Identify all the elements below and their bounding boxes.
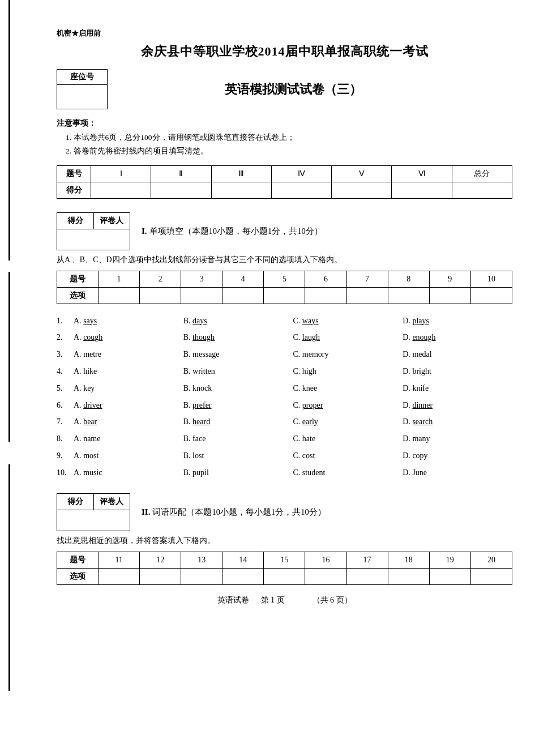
section2-instruction: 找出意思相近的选项，并将答案填入下格内。 <box>57 536 512 546</box>
q-option-10-4: D. June <box>403 466 512 480</box>
score-table-header-label: 题号 <box>57 165 91 182</box>
ag2-ans-14 <box>222 568 264 584</box>
section2-title-text: II. 词语匹配（本题10小题，每小题1分，共10分） <box>130 493 326 531</box>
q-option-9-4: D. copy <box>403 449 512 463</box>
q-option-7-1: A. bear <box>74 415 183 429</box>
ag1-header-label: 题号 <box>57 271 99 287</box>
q-option-2-3: C. laugh <box>293 331 403 344</box>
seat-box: 座位号 <box>57 69 108 109</box>
notice-item-2: 2. 答卷前先将密封线内的项目填写清楚。 <box>66 144 512 158</box>
section1-grader-top: 得分 评卷人 <box>57 213 130 229</box>
ag1-ans-7 <box>346 287 388 304</box>
q-num-10: 10. <box>57 466 74 480</box>
score-col-5: Ⅴ <box>332 165 392 182</box>
question-item-7: 7.A. bearB. heardC. earlyD. search <box>57 415 512 429</box>
q-num-9: 9. <box>57 449 74 463</box>
q-option-3-1: A. metre <box>74 348 183 361</box>
section2-grader-bottom <box>57 510 130 531</box>
section2-roman: II. <box>142 507 150 517</box>
ag2-col-11: 11 <box>99 552 140 568</box>
ag2-col-16: 16 <box>305 552 346 568</box>
ag2-header-label: 题号 <box>57 552 99 568</box>
q-num-7: 7. <box>57 415 74 429</box>
question-list: 1.A. saysB. daysC. waysD. plays2.A. coug… <box>57 314 512 480</box>
question-item-10: 10.A. musicB. pupilC. studentD. June <box>57 466 512 480</box>
ag2-ans-11 <box>99 568 140 584</box>
section1-grade-label: 得分 <box>57 213 94 229</box>
q-option-6-4: D. dinner <box>403 399 512 412</box>
main-title: 余庆县中等职业学校2014届中职单报高职统一考试 <box>57 43 512 60</box>
q-option-1-4: D. plays <box>403 314 512 328</box>
notice-item-1: 1. 本试卷共6页，总分100分，请用钢笔或圆珠笔直接答在试卷上； <box>66 131 512 144</box>
footer: 英语试卷 第 1 页 （共 6 页） <box>57 595 512 611</box>
score-val-5 <box>332 182 392 198</box>
q-option-1-2: B. days <box>183 314 293 328</box>
ag2-ans-20 <box>470 568 512 584</box>
q-option-8-2: B. face <box>183 432 293 446</box>
q-option-8-4: D. many <box>403 432 512 446</box>
page: 机密★启用前 余庆县中等职业学校2014届中职单报高职统一考试 座位号 英语模拟… <box>0 0 535 756</box>
ag1-col-1: 1 <box>99 271 140 287</box>
q-option-2-2: B. though <box>183 331 293 344</box>
score-table-row-label: 得分 <box>57 182 91 198</box>
score-col-6: Ⅵ <box>392 165 452 182</box>
q-option-8-3: C. hate <box>293 432 403 446</box>
ag2-col-15: 15 <box>264 552 305 568</box>
score-val-total <box>452 182 512 198</box>
score-col-1: Ⅰ <box>91 165 151 182</box>
ag2-col-18: 18 <box>388 552 429 568</box>
score-val-1 <box>91 182 151 198</box>
question-item-9: 9.A. mostB. lostC. costD. copy <box>57 449 512 463</box>
ag1-ans-10 <box>470 287 512 304</box>
ag1-ans-4 <box>222 287 264 304</box>
q-option-2-4: D. enough <box>403 331 512 344</box>
q-num-1: 1. <box>57 314 74 328</box>
section1-grader-box: 得分 评卷人 <box>57 212 130 250</box>
left-border-top <box>0 0 10 260</box>
section1-roman: I. <box>142 227 147 236</box>
seat-label: 座位号 <box>57 70 107 85</box>
q-option-10-1: A. music <box>74 466 183 480</box>
question-item-3: 3.A. metreB. messageC. memoryD. medal <box>57 348 512 361</box>
ag2-ans-16 <box>305 568 346 584</box>
q-num-5: 5. <box>57 382 74 395</box>
left-border-bot <box>0 464 10 691</box>
footer-left: 英语试卷 <box>217 596 249 604</box>
seat-subtitle-row: 座位号 英语模拟测试试卷（三） <box>57 69 512 109</box>
q-option-5-1: A. key <box>74 382 183 395</box>
left-border-mid <box>0 272 10 442</box>
notice-section: 注意事项： 1. 本试卷共6页，总分100分，请用钢笔或圆珠笔直接答在试卷上； … <box>57 118 512 159</box>
ag2-col-17: 17 <box>346 552 388 568</box>
ag2-ans-15 <box>264 568 305 584</box>
question-item-8: 8.A. nameB. faceC. hateD. many <box>57 432 512 446</box>
notice-title: 注意事项： <box>57 118 512 129</box>
answer-grid-1: 题号 1 2 3 4 5 6 7 8 9 10 选项 <box>57 271 512 304</box>
ag2-col-19: 19 <box>429 552 470 568</box>
question-item-2: 2.A. coughB. thoughC. laughD. enough <box>57 331 512 344</box>
q-option-7-2: B. heard <box>183 415 293 429</box>
section1-grader-bottom <box>57 229 130 250</box>
q-num-6: 6. <box>57 399 74 412</box>
q-option-9-3: C. cost <box>293 449 403 463</box>
ag2-col-12: 12 <box>140 552 181 568</box>
q-option-1-3: C. ways <box>293 314 403 328</box>
ag2-col-20: 20 <box>470 552 512 568</box>
ag1-row-label: 选项 <box>57 287 99 304</box>
ag2-ans-19 <box>429 568 470 584</box>
question-item-5: 5.A. keyB. knockC. kneeD. knife <box>57 382 512 395</box>
q-option-5-3: C. knee <box>293 382 403 395</box>
q-option-2-1: A. cough <box>74 331 183 344</box>
question-item-1: 1.A. saysB. daysC. waysD. plays <box>57 314 512 328</box>
ag2-col-13: 13 <box>181 552 222 568</box>
q-option-5-2: B. knock <box>183 382 293 395</box>
ag1-ans-9 <box>429 287 470 304</box>
question-item-4: 4.A. hikeB. writtenC. highD. bright <box>57 365 512 378</box>
section2-grader-label: 评卷人 <box>94 494 130 510</box>
ag1-col-5: 5 <box>264 271 305 287</box>
ag1-col-9: 9 <box>429 271 470 287</box>
score-val-2 <box>151 182 211 198</box>
ag2-col-14: 14 <box>222 552 264 568</box>
q-option-6-1: A. driver <box>74 399 183 412</box>
q-option-7-3: C. early <box>293 415 403 429</box>
ag1-ans-3 <box>181 287 222 304</box>
